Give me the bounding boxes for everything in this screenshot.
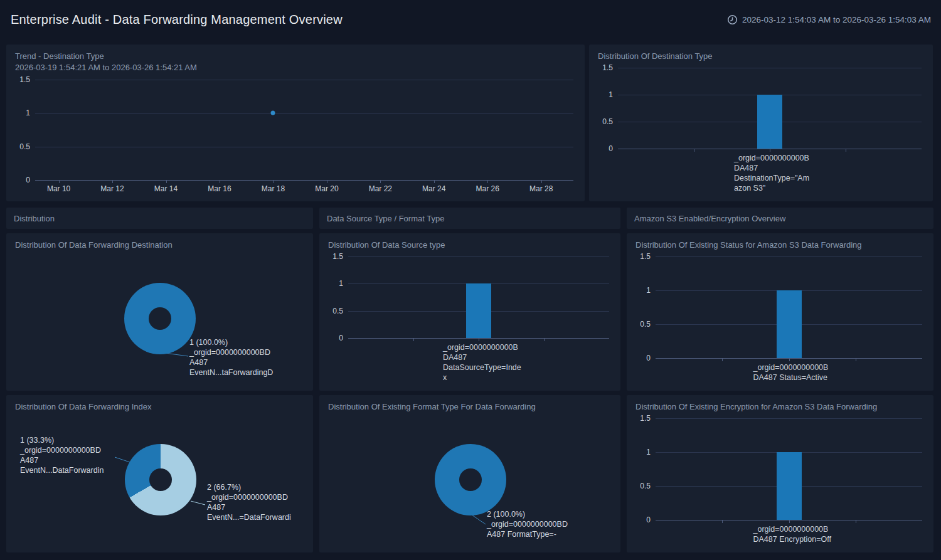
chart-bar[interactable] bbox=[757, 95, 782, 149]
y-tick-label: 0.5 bbox=[602, 117, 613, 126]
gridline bbox=[35, 80, 573, 80]
x-tick-mark bbox=[722, 520, 723, 523]
gridline bbox=[348, 256, 609, 257]
y-tick-label: 1.5 bbox=[640, 252, 651, 261]
x-tick-mark bbox=[856, 358, 856, 361]
x-tick-mark bbox=[856, 520, 856, 523]
panel-title: Trend - Destination Type bbox=[15, 51, 576, 61]
section-header-label: Data Source Type / Format Type bbox=[327, 214, 444, 223]
panel-existing-encryption-s3: Distribution Of Existing Encryption for … bbox=[627, 395, 933, 552]
gridline bbox=[35, 147, 573, 147]
x-axis-line bbox=[35, 180, 573, 181]
x-tick-mark bbox=[166, 180, 167, 183]
y-tick-label: 1 bbox=[646, 286, 651, 295]
x-tick-label: Mar 24 bbox=[422, 184, 445, 193]
donut-chart[interactable] bbox=[125, 444, 196, 515]
bar-chart: 00.511.5_orgid=0000000000BDA487DataSourc… bbox=[328, 253, 612, 386]
y-tick-label: 0 bbox=[26, 176, 30, 184]
section-header-label: Distribution bbox=[14, 214, 55, 223]
bar-plot-area: 00.511.5_orgid=0000000000BDA487 Encrypti… bbox=[656, 418, 922, 520]
panel-data-forwarding-destination: Distribution Of Data Forwarding Destinat… bbox=[6, 233, 313, 391]
x-tick-label: Mar 16 bbox=[208, 184, 231, 193]
y-tick-label: 0 bbox=[339, 334, 343, 342]
page-title: Enterprise Audit - Data Forwarding Manag… bbox=[11, 13, 343, 27]
x-tick-mark bbox=[112, 180, 113, 183]
dashboard-body: Trend - Destination Type 2026-03-19 1:54… bbox=[0, 45, 941, 552]
x-tick-mark bbox=[487, 180, 488, 183]
x-tick-mark bbox=[694, 149, 694, 152]
x-tick-label: Mar 14 bbox=[154, 184, 178, 193]
y-tick-label: 1.5 bbox=[602, 63, 613, 72]
donut-chart[interactable] bbox=[124, 283, 196, 354]
x-tick-mark bbox=[846, 149, 846, 152]
panel-subtitle: 2026-03-19 1:54:21 AM to 2026-03-26 1:54… bbox=[15, 61, 576, 73]
y-tick-label: 0 bbox=[646, 515, 651, 524]
x-tick-label: Mar 18 bbox=[262, 184, 285, 193]
panel-title: Distribution Of Destination Type bbox=[598, 51, 924, 61]
bar-plot-area: 00.511.5_orgid=0000000000BDA487DataSourc… bbox=[348, 256, 609, 338]
y-tick-label: 0.5 bbox=[640, 482, 651, 490]
dashboard-header: Enterprise Audit - Data Forwarding Manag… bbox=[0, 0, 941, 39]
x-tick-mark bbox=[479, 338, 479, 341]
panel-title: Distribution Of Data Source type bbox=[328, 240, 612, 250]
section-header-distribution: Distribution bbox=[6, 208, 313, 229]
x-tick-mark bbox=[770, 149, 770, 152]
y-tick-label: 1.5 bbox=[640, 414, 651, 423]
chart-bar[interactable] bbox=[777, 290, 802, 358]
y-tick-label: 0 bbox=[609, 144, 613, 153]
time-range-text: 2026-03-12 1:54:03 AM to 2026-03-26 1:54… bbox=[742, 15, 931, 24]
y-tick-label: 0.5 bbox=[19, 142, 30, 151]
panel-data-forwarding-index: Distribution Of Data Forwarding Index 1 … bbox=[6, 395, 313, 552]
panel-trend-destination-type: Trend - Destination Type 2026-03-19 1:54… bbox=[6, 45, 585, 201]
x-category-label: _orgid=0000000000BDA487 Encryption=Off bbox=[753, 524, 832, 544]
dashboard: Enterprise Audit - Data Forwarding Manag… bbox=[0, 0, 941, 560]
x-tick-mark bbox=[541, 180, 542, 183]
x-tick-mark bbox=[380, 180, 381, 183]
y-tick-label: 0.5 bbox=[332, 307, 343, 315]
time-range: 2026-03-12 1:54:03 AM to 2026-03-26 1:54… bbox=[727, 14, 931, 25]
panel-title: Distribution Of Existing Encryption for … bbox=[635, 401, 925, 412]
donut-chart[interactable] bbox=[435, 444, 506, 515]
panel-distribution-destination-type: Distribution Of Destination Type 00.511.… bbox=[589, 45, 933, 201]
donut-slice-label: 1 (100.0%)_orgid=0000000000BDA487EventN.… bbox=[189, 337, 273, 378]
bar-plot-area: 00.511.5_orgid=0000000000BDA487Destinati… bbox=[618, 68, 922, 149]
section-header-data-source-format: Data Source Type / Format Type bbox=[319, 208, 620, 229]
bar-plot-area: 00.511.5_orgid=0000000000BDA487 Status=A… bbox=[656, 256, 922, 358]
section-header-s3-overview: Amazon S3 Enabled/Encryption Overview bbox=[627, 208, 933, 229]
trend-chart: 00.511.5Mar 10Mar 12Mar 14Mar 16Mar 18Ma… bbox=[15, 76, 576, 196]
gridline bbox=[656, 256, 922, 257]
y-tick-label: 1 bbox=[26, 108, 30, 117]
donut-slice-label: 2 (66.7%)_orgid=0000000000BDA487EventN..… bbox=[207, 482, 291, 522]
donut-chart-stage: 1 (100.0%)_orgid=0000000000BDA487EventN.… bbox=[6, 233, 313, 391]
data-point[interactable] bbox=[271, 111, 275, 115]
x-tick-mark bbox=[413, 338, 414, 341]
x-tick-mark bbox=[789, 520, 790, 523]
y-tick-label: 1.5 bbox=[19, 75, 30, 84]
x-tick-mark bbox=[59, 180, 60, 183]
y-tick-label: 1 bbox=[646, 448, 651, 457]
x-tick-mark bbox=[722, 358, 723, 361]
x-tick-mark bbox=[544, 338, 545, 341]
trend-plot-area: 00.511.5Mar 10Mar 12Mar 14Mar 16Mar 18Ma… bbox=[35, 80, 573, 180]
bar-chart: 00.511.5_orgid=0000000000BDA487Destinati… bbox=[598, 64, 924, 196]
gridline bbox=[35, 113, 573, 114]
x-category-label: _orgid=0000000000BDA487DestinationType="… bbox=[734, 153, 809, 193]
donut-slice-label: 1 (33.3%)_orgid=0000000000BDA487EventN..… bbox=[20, 435, 104, 475]
chart-bar[interactable] bbox=[777, 452, 802, 520]
panel-data-source-type: Distribution Of Data Source type 00.511.… bbox=[319, 233, 620, 391]
x-category-label: _orgid=0000000000BDA487DataSourceType=In… bbox=[443, 342, 521, 383]
gridline bbox=[656, 418, 922, 419]
donut-chart-stage: 1 (33.3%)_orgid=0000000000BDA487EventN..… bbox=[6, 395, 313, 552]
donut-slice-label: 2 (100.0%)_orgid=0000000000BDA487 Format… bbox=[487, 509, 568, 539]
donut-chart-stage: 2 (100.0%)_orgid=0000000000BDA487 Format… bbox=[319, 395, 620, 552]
panel-title: Distribution Of Existing Status for Amaz… bbox=[635, 240, 925, 250]
section-header-label: Amazon S3 Enabled/Encryption Overview bbox=[634, 214, 785, 223]
y-tick-label: 0 bbox=[646, 354, 651, 362]
chart-bar[interactable] bbox=[466, 283, 491, 338]
panel-existing-status-s3: Distribution Of Existing Status for Amaz… bbox=[627, 233, 933, 391]
x-tick-label: Mar 12 bbox=[100, 184, 124, 193]
x-tick-mark bbox=[327, 180, 327, 183]
x-category-label: _orgid=0000000000BDA487 Status=Active bbox=[753, 362, 829, 383]
gridline bbox=[618, 68, 922, 68]
x-tick-label: Mar 20 bbox=[315, 184, 338, 193]
